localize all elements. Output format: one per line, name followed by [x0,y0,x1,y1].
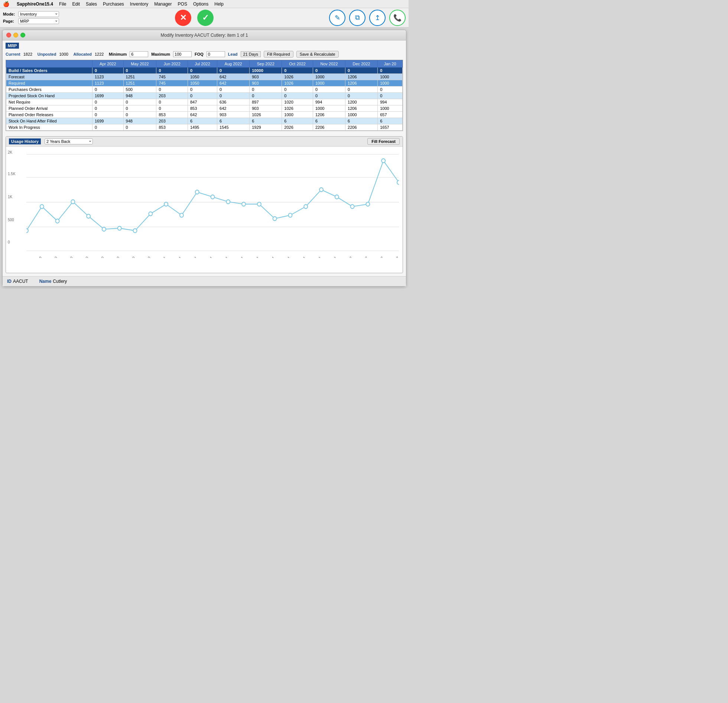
table-cell: 745 [156,74,188,80]
table-cell: 1657 [378,124,403,131]
svg-point-45 [335,195,339,199]
svg-point-5 [26,229,28,233]
minimize-button[interactable] [13,33,18,37]
footer-name-value: Cutlery [53,279,67,284]
svg-point-47 [351,205,354,209]
page-select[interactable]: MRP [18,18,59,24]
years-back-select[interactable]: 2 Years Back 1 Year Back 3 Years Back [45,138,93,144]
table-cell: 994 [313,99,345,105]
menu-manager[interactable]: Manager [154,1,172,7]
foq-input[interactable] [207,51,225,57]
table-cell: 847 [188,99,217,105]
phone-icon-button[interactable]: 📞 [389,10,406,26]
apple-menu[interactable]: 🍎 [3,1,9,7]
footer-id-value: AACUT [13,279,28,284]
edit-icon-button[interactable]: ✎ [329,10,345,26]
col-sep2022: Sep 2022 [250,61,282,68]
toolbar-center: ✕ ✓ [59,10,329,26]
menu-inventory[interactable]: Inventory [130,1,148,7]
menu-edit[interactable]: Edit [72,1,80,7]
table-row: Forecast11231251745105064290310261000120… [6,74,403,80]
table-cell: 0 [345,86,378,93]
minimum-input[interactable] [130,51,148,57]
menu-purchases[interactable]: Purchases [103,1,124,7]
close-button[interactable] [6,33,11,37]
maximum-input[interactable] [173,51,192,57]
window-title: Modify Inventory AACUT Cutlery: item 1 o… [160,33,248,38]
mode-select[interactable]: Inventory [18,11,59,17]
usage-header: Usage History 2 Years Back 1 Year Back 3… [6,137,403,147]
svg-point-29 [211,195,214,199]
table-cell: 1026 [282,105,313,112]
table-cell: 903 [217,112,250,118]
svg-point-15 [102,227,106,231]
table-cell: 1206 [345,74,378,80]
y-label-1k: 1K [8,195,12,199]
mrp-label: MRP [6,43,19,49]
table-cell: 948 [123,118,156,124]
table-header-row: Apr 2022 May 2022 Jun 2022 Jul 2022 Aug … [6,61,403,68]
y-label-500: 500 [8,218,14,222]
menu-pos[interactable]: POS [178,1,187,7]
table-cell: 745 [156,80,188,86]
export-icon-button[interactable]: ↥ [369,10,386,26]
window-footer: ID AACUT Name Cutlery [3,276,406,286]
save-recalculate-button[interactable]: Save & Recalculate [296,51,339,58]
window-titlebar: Modify Inventory AACUT Cutlery: item 1 o… [3,30,406,40]
table-cell: 657 [378,112,403,118]
svg-point-41 [304,205,308,209]
table-cell: 2026 [282,124,313,131]
table-cell: 0 [123,68,156,74]
table-cell: 0 [123,124,156,131]
maximize-button[interactable] [20,33,25,37]
svg-point-49 [366,202,370,206]
mrp-table-wrapper: Apr 2022 May 2022 Jun 2022 Jul 2022 Aug … [6,60,403,131]
mrp-section: MRP Current 1822 Unposted 1000 Allocated… [3,40,406,133]
maximum-label: Maximum [151,52,170,56]
traffic-lights [6,33,25,37]
svg-text:Apr 2021: Apr 2021 [201,256,213,258]
table-cell: 6 [250,118,282,124]
table-row: Build / Sales Orders00000100000000 [6,68,403,74]
svg-text:Mar 2021: Mar 2021 [185,256,198,258]
table-cell: 0 [345,93,378,99]
table-cell: 1545 [217,124,250,131]
toolbar: Mode: Inventory Page: MRP ✕ ✓ ✎ ⧉ ↥ 📞 [0,8,409,27]
menu-file[interactable]: File [59,1,66,7]
table-cell: 1123 [92,74,123,80]
svg-text:Jan 2021: Jan 2021 [154,256,166,258]
table-cell: 0 [156,105,188,112]
table-cell: 0 [123,99,156,105]
table-cell: 0 [345,68,378,74]
menu-options[interactable]: Options [193,1,208,7]
fill-required-button[interactable]: Fill Required [264,51,293,58]
menu-sales[interactable]: Sales [86,1,97,7]
table-row: Planned Order Releases008536429031026100… [6,112,403,118]
table-cell: 642 [188,112,217,118]
fill-forecast-button[interactable]: Fill Forecast [367,138,400,145]
table-cell-label: Required [6,80,92,86]
cancel-button[interactable]: ✕ [175,10,191,26]
table-cell: 1929 [250,124,282,131]
svg-text:Dec 2021: Dec 2021 [325,256,337,258]
usage-title: Usage History [9,138,41,144]
menubar: 🍎 SapphireOne15.4 File Edit Sales Purcha… [0,0,409,8]
table-cell: 1020 [282,99,313,105]
copy-icon-button[interactable]: ⧉ [349,10,365,26]
usage-chart: Apr 2020May 2020Jun 2020Jul 2020Aug 2020… [26,150,399,258]
table-row: Work In Progress008531495154519292026220… [6,124,403,131]
svg-text:Feb 2021: Feb 2021 [170,256,182,258]
table-cell: 642 [217,105,250,112]
svg-point-21 [149,212,152,216]
confirm-button[interactable]: ✓ [197,10,214,26]
table-cell: 0 [313,86,345,93]
table-row: Projected Stock On Hand16999482030000000 [6,93,403,99]
table-cell: 0 [92,99,123,105]
table-cell: 1699 [92,93,123,99]
app-name: SapphireOne15.4 [17,1,53,7]
col-apr2022: Apr 2022 [92,61,123,68]
svg-text:Apr 2020: Apr 2020 [26,256,27,258]
menu-help[interactable]: Help [214,1,224,7]
table-cell: 0 [188,86,217,93]
table-cell: 903 [250,105,282,112]
